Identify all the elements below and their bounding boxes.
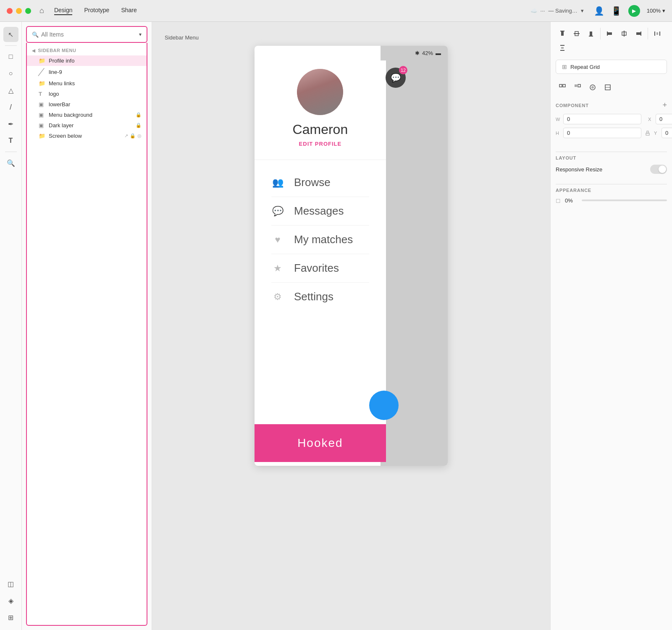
toolbar-separator-2 [5, 152, 17, 152]
triangle-tool[interactable]: △ [3, 83, 18, 98]
pen-tool[interactable]: ✒ [3, 116, 18, 131]
folder-icon: 📁 [39, 133, 45, 139]
tab-share[interactable]: Share [121, 7, 136, 15]
settings-label: Settings [294, 290, 333, 303]
layer-item-menu-background[interactable]: ▣ Menu background 🔒 [27, 110, 147, 120]
play-button[interactable]: ▶ [628, 5, 640, 17]
fullscreen-button[interactable] [25, 8, 31, 14]
opacity-icon: ◻ [556, 197, 561, 204]
tool-extra-4[interactable] [601, 81, 614, 94]
ellipse-tool[interactable]: ○ [3, 66, 18, 81]
layers-panel: 🔍 ▾ ◀ SIDEBAR MENU 📁 Profile info ╱ line… [22, 22, 152, 630]
opacity-row: ◻ 0% [556, 197, 667, 204]
align-toolbar [556, 27, 667, 55]
menu-item-messages[interactable]: 💬 Messages [271, 197, 369, 226]
layers-list: ◀ SIDEBAR MENU 📁 Profile info ╱ line-9 📁… [26, 43, 147, 626]
chevron-down-icon[interactable]: ▾ [581, 8, 584, 14]
align-left-button[interactable] [603, 27, 617, 40]
toolbar-bottom: ◫ ◈ ⊞ [3, 576, 18, 625]
tool-extra-3[interactable] [586, 81, 599, 94]
tool-extra-1[interactable] [556, 81, 569, 94]
search-tool[interactable]: 🔍 [3, 155, 18, 171]
align-center-v-button[interactable] [617, 27, 631, 40]
tool-extra-2[interactable] [571, 81, 584, 94]
tab-design[interactable]: Design [54, 7, 73, 15]
layer-actions: 🔒 [136, 112, 142, 118]
layer-item-profile-info[interactable]: 📁 Profile info [27, 55, 147, 66]
favorites-label: Favorites [294, 262, 339, 275]
layer-item-line9[interactable]: ╱ line-9 [27, 66, 147, 78]
lower-bar[interactable]: Hooked [255, 424, 386, 462]
plugins-icon[interactable]: ⊞ [3, 610, 18, 625]
height-input[interactable] [563, 128, 641, 138]
dropdown-arrow-icon[interactable]: ▾ [139, 32, 142, 37]
add-component-button[interactable]: + [662, 101, 667, 110]
right-panel: ⊞ Repeat Grid COMPONENT + [550, 22, 672, 630]
distribute-v-button[interactable] [556, 41, 569, 55]
responsive-resize-toggle[interactable] [650, 165, 667, 174]
svg-rect-15 [560, 45, 564, 46]
width-input[interactable] [563, 114, 641, 124]
align-top-button[interactable] [556, 27, 569, 40]
y-input[interactable] [662, 128, 672, 138]
layers-search-bar[interactable]: 🔍 ▾ [26, 26, 147, 43]
ellipsis: ··· [541, 8, 545, 14]
search-icon: 🔍 [32, 32, 39, 38]
layer-item-logo[interactable]: T logo [27, 89, 147, 99]
align-bottom-button[interactable] [584, 27, 598, 40]
zoom-value: 100% [647, 8, 661, 14]
text-tool[interactable]: T [3, 133, 18, 148]
width-group: W [556, 114, 641, 124]
search-input[interactable] [41, 31, 139, 38]
avatar-image [297, 69, 343, 115]
layers-icon[interactable]: ◫ [3, 576, 18, 591]
chat-bubble[interactable]: 💬 12 [386, 68, 406, 88]
align-separator-2 [648, 28, 648, 39]
align-middle-h-button[interactable] [570, 27, 583, 40]
repeat-grid-label: Repeat Grid [570, 64, 600, 70]
svg-rect-26 [647, 131, 648, 133]
rect-icon: ▣ [39, 112, 45, 118]
select-tool[interactable]: ↖ [3, 27, 18, 42]
device-icon[interactable]: 📱 [611, 6, 622, 16]
messages-icon: 💬 [271, 206, 284, 217]
home-icon[interactable]: ⌂ [39, 6, 44, 15]
svg-rect-14 [656, 32, 658, 35]
layout-label: LAYOUT [556, 155, 576, 160]
fab-button[interactable] [369, 391, 399, 420]
svg-rect-4 [589, 36, 593, 37]
align-right-button[interactable] [632, 27, 645, 40]
menu-item-browse[interactable]: 👥 Browse [271, 168, 369, 197]
layer-item-lowerbar[interactable]: ▣ lowerBar [27, 99, 147, 110]
line-tool[interactable]: / [3, 100, 18, 115]
edit-profile-button[interactable]: EDIT PROFILE [299, 141, 342, 147]
user-icon[interactable]: 👤 [594, 6, 604, 16]
layers-section-header[interactable]: ◀ SIDEBAR MENU [27, 45, 147, 55]
menu-item-my-matches[interactable]: ♥ My matches [271, 226, 369, 254]
x-input[interactable] [656, 114, 672, 124]
browse-icon: 👥 [271, 177, 284, 188]
layout-section-header: LAYOUT [556, 155, 667, 160]
repeat-grid-button[interactable]: ⊞ Repeat Grid [556, 60, 667, 74]
battery-icon: ▬ [436, 50, 441, 56]
layer-item-menu-links[interactable]: 📁 Menu links [27, 78, 147, 89]
assets-icon[interactable]: ◈ [3, 593, 18, 608]
appearance-section-header: APPEARANCE [556, 188, 667, 193]
menu-item-settings[interactable]: ⚙ Settings [271, 283, 369, 311]
rect-icon: ▣ [39, 122, 45, 129]
titlebar: ⌂ Design Prototype Share ☁️ ··· — Saving… [0, 0, 672, 22]
layer-item-screen-below[interactable]: 📁 Screen below ↗ 🔒 ◎ [27, 131, 147, 141]
menu-item-favorites[interactable]: ★ Favorites [271, 254, 369, 283]
zoom-control[interactable]: 100% ▾ [647, 8, 665, 14]
layer-item-dark-layer[interactable]: ▣ Dark layer 🔒 [27, 120, 147, 131]
close-button[interactable] [7, 8, 13, 14]
rectangle-tool[interactable]: □ [3, 49, 18, 64]
lock-icon: 🔒 [136, 112, 142, 118]
tab-prototype[interactable]: Prototype [84, 7, 109, 15]
height-label: H [556, 131, 562, 136]
opacity-slider[interactable] [582, 200, 667, 201]
minimize-button[interactable] [16, 8, 22, 14]
dimension-row-1: W X [556, 114, 667, 124]
distribute-h-button[interactable] [651, 27, 664, 40]
y-group: Y [654, 128, 672, 138]
